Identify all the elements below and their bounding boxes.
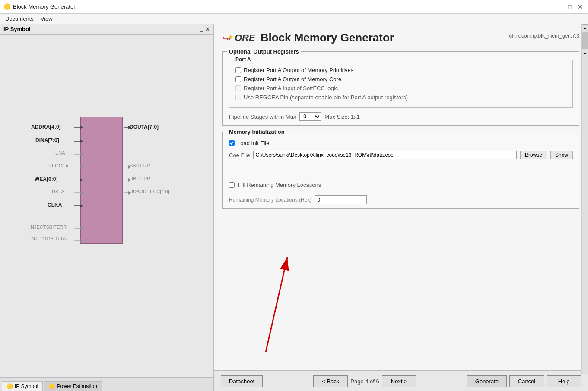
close-button[interactable]: ✕ (576, 3, 585, 11)
svg-line-30 (232, 36, 232, 36)
port-sbiterr: SBITERR (130, 163, 150, 168)
logo-box: logi C ORE (222, 32, 255, 44)
label-load-init-file: Load Init File (237, 140, 269, 146)
menu-documents[interactable]: Documents (2, 15, 37, 23)
label-core: Register Port A Output of Memory Core (244, 76, 341, 82)
panel-close-icon[interactable]: ✕ (205, 26, 210, 32)
logo-ore-text: ORE (235, 32, 255, 44)
restore-icon[interactable]: ◻ (199, 26, 203, 32)
window-controls: − □ ✕ (555, 3, 585, 11)
checkbox-primitives[interactable] (235, 67, 241, 73)
port-dina: DINA[7:0] (35, 137, 59, 143)
port-douta: DOUTA[7:0] (130, 124, 159, 130)
tab-power-estimation[interactable]: 🟡 Power Estimation (44, 381, 102, 391)
port-injectsbiterr: INJECTSBITERR (29, 224, 67, 230)
bottom-tabs: 🟡 IP Symbol 🟡 Power Estimation (0, 377, 213, 391)
mux-size-label: Mux Size: 1x1 (324, 114, 360, 120)
scrollbar-up-button[interactable]: ▲ (582, 24, 588, 31)
checkbox-row-regcea: Use REGCEA Pin (separate enable pin for … (235, 94, 566, 101)
logicore-logo: logi C (223, 33, 233, 43)
pipeline-select[interactable]: 0 1 2 (299, 112, 321, 121)
port-injectdbiterr: INJECTDBITERR (30, 236, 68, 241)
main-title: Block Memory Generator (261, 31, 394, 44)
datasheet-button[interactable]: Datasheet (221, 375, 263, 387)
port-clka: CLKA (48, 202, 62, 208)
maximize-button[interactable]: □ (566, 3, 574, 11)
generate-button[interactable]: Generate (467, 375, 507, 387)
load-init-file-row: Load Init File (229, 140, 573, 146)
minimize-button[interactable]: − (555, 3, 564, 11)
left-panel-header: IP Symbol ◻ ✕ (0, 24, 213, 35)
block-component (80, 117, 123, 244)
label-fill-remaining: Fill Remaining Memory Locations (238, 182, 321, 188)
right-scrollbar: ▲ ▼ (581, 24, 588, 374)
optional-output-registers-title: Optional Output Registers (227, 48, 301, 55)
page-info: Page 4 of 6 (350, 378, 379, 385)
port-rsta: RSTA (52, 189, 64, 194)
back-button[interactable]: < Back (313, 375, 348, 387)
port-rdaddrecc: RDADDRECC[4:0] (130, 189, 169, 194)
port-dbiterr: DBITERR (130, 176, 150, 181)
menu-view[interactable]: View (37, 15, 56, 23)
scrollbar-down-button[interactable]: ▼ (582, 50, 588, 57)
menu-bar: Documents View (0, 14, 588, 24)
ip-symbol-tab-label: IP Symbol (15, 383, 38, 389)
checkbox-row-core: Register Port A Output of Memory Core (235, 76, 566, 82)
fill-remaining-row: Fill Remaining Memory Locations (229, 182, 573, 188)
show-button[interactable]: Show (550, 151, 573, 159)
port-a-title: Port A (234, 57, 253, 63)
label-softECC: Register Port A Input of SoftECC logic (244, 85, 338, 91)
remaining-locations-row: Remaining Memory Locations (Hex) (229, 192, 573, 204)
port-regcea: REGCEA (48, 163, 68, 168)
checkbox-row-softECC: Register Port A Input of SoftECC logic (235, 85, 566, 91)
ip-symbol-tab-icon: 🟡 (6, 383, 13, 389)
scrollbar-thumb[interactable] (582, 32, 588, 49)
port-a-section: Port A Register Port A Output of Memory … (229, 60, 573, 108)
power-estimation-tab-icon: 🟡 (48, 383, 55, 389)
coe-file-row: Coe File Browse Show (229, 151, 573, 159)
header-logo-title: logi C ORE Block Memory Generator (222, 31, 394, 44)
pipeline-row: Pipeline Stages within Mux 0 1 2 Mux Siz… (229, 112, 573, 121)
power-estimation-tab-label: Power Estimation (57, 383, 97, 389)
label-primitives: Register Port A Output of Memory Primiti… (244, 67, 353, 73)
ip-symbol-diagram: ADDRA[4:0] DINA[7:0] ENA REGCEA WEA[0:0]… (0, 35, 213, 377)
coe-file-label: Coe File (229, 152, 250, 158)
left-panel: IP Symbol ◻ ✕ ADDRA[4:0] DINA[7:0] ENA R… (0, 24, 214, 391)
version-text: xilinx.com:ip:blk_mem_gen:7.3 (509, 33, 579, 39)
checkbox-row-primitives: Register Port A Output of Memory Primiti… (235, 67, 566, 73)
optional-output-registers-section: Optional Output Registers Port A Registe… (222, 51, 579, 126)
title-bar: 🟡 Block Memory Generator − □ ✕ (0, 0, 588, 14)
main-area: IP Symbol ◻ ✕ ADDRA[4:0] DINA[7:0] ENA R… (0, 24, 588, 391)
help-button[interactable]: Help (547, 375, 581, 387)
tab-ip-symbol[interactable]: 🟡 IP Symbol (2, 381, 43, 391)
window-title: Block Memory Generator (13, 3, 76, 10)
svg-text:logi: logi (223, 36, 229, 40)
checkbox-load-init-file[interactable] (229, 140, 235, 146)
checkbox-fill-remaining[interactable] (229, 182, 235, 188)
cancel-button[interactable]: Cancel (509, 375, 544, 387)
checkbox-regcea[interactable] (235, 95, 241, 100)
action-buttons: Generate Cancel Help (467, 375, 581, 387)
memory-initialization-section: Memory Initialization Load Init File Coe… (222, 132, 579, 209)
checkbox-core[interactable] (235, 76, 241, 82)
coe-file-input[interactable] (253, 151, 517, 159)
bottom-action-bar: Datasheet < Back Page 4 of 6 Next > Gene… (214, 370, 588, 391)
remaining-input[interactable] (315, 196, 367, 204)
app-icon: 🟡 (3, 3, 10, 10)
navigation-buttons: < Back Page 4 of 6 Next > (313, 375, 416, 387)
left-panel-title: IP Symbol (3, 26, 31, 32)
port-wea: WEA[0:0] (35, 176, 57, 182)
next-button[interactable]: Next > (382, 375, 416, 387)
port-addra: ADDRA[4:0] (31, 124, 61, 130)
label-regcea: Use REGCEA Pin (separate enable pin for … (244, 94, 408, 101)
remaining-label: Remaining Memory Locations (Hex) (229, 197, 311, 203)
right-panel: logi C ORE Block Memory Generator xilinx… (214, 24, 588, 391)
pipeline-label: Pipeline Stages within Mux (229, 114, 296, 120)
browse-button[interactable]: Browse (520, 151, 547, 159)
checkbox-softECC[interactable] (235, 85, 241, 91)
svg-text:C: C (229, 38, 232, 41)
memory-initialization-title: Memory Initialization (227, 129, 286, 135)
right-panel-content: logi C ORE Block Memory Generator xilinx… (214, 24, 588, 370)
header-section: logi C ORE Block Memory Generator xilinx… (222, 31, 579, 44)
port-ena: ENA (55, 150, 65, 155)
